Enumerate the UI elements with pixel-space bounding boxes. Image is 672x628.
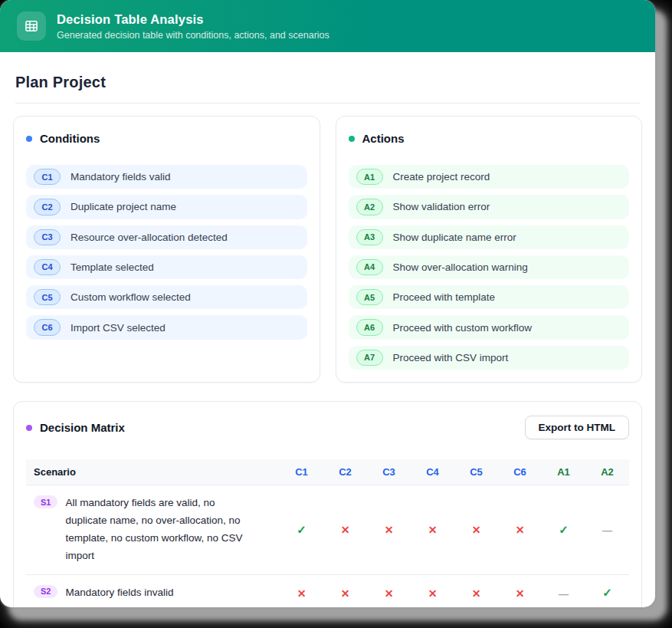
scenario-label: All mandatory fields are valid, no dupli… bbox=[65, 495, 257, 565]
condition-label: Template selected bbox=[70, 261, 154, 273]
conditions-card-title: Conditions bbox=[26, 132, 307, 145]
matrix-value-cell: ✕ bbox=[498, 574, 542, 607]
matrix-value-cell: ✕ bbox=[498, 485, 542, 575]
condition-label: Mandatory fields valid bbox=[70, 171, 171, 182]
cross-icon: ✕ bbox=[341, 587, 350, 600]
matrix-col-c1: C1 bbox=[280, 459, 323, 485]
condition-item-c1: C1Mandatory fields valid bbox=[26, 165, 307, 189]
export-to-html-button[interactable]: Export to HTML bbox=[525, 416, 630, 439]
action-label: Create project record bbox=[393, 171, 490, 182]
cards-row: Conditions C1Mandatory fields validC2Dup… bbox=[13, 116, 642, 383]
decision-matrix-title: Decision Matrix bbox=[40, 421, 125, 434]
matrix-value-cell: ✕ bbox=[367, 485, 411, 575]
matrix-col-c2: C2 bbox=[323, 459, 367, 485]
condition-label: Import CSV selected bbox=[70, 322, 166, 334]
decision-matrix-card-title: Decision Matrix bbox=[26, 421, 125, 434]
action-badge: A3 bbox=[356, 229, 383, 245]
action-label: Proceed with custom workflow bbox=[393, 322, 533, 334]
matrix-row-s1: S1All mandatory fields are valid, no dup… bbox=[26, 485, 629, 575]
condition-item-c3: C3Resource over-allocation detected bbox=[26, 225, 307, 249]
action-item-a3: A3Show duplicate name error bbox=[349, 225, 630, 249]
decision-matrix-table: ScenarioC1C2C3C4C5C6A1A2 S1All mandatory… bbox=[26, 459, 629, 607]
condition-item-c2: C2Duplicate project name bbox=[26, 195, 307, 219]
condition-badge: C2 bbox=[34, 199, 61, 215]
condition-label: Resource over-allocation detected bbox=[70, 232, 228, 243]
action-item-a6: A6Proceed with custom workflow bbox=[349, 315, 630, 339]
matrix-value-cell: — bbox=[585, 485, 629, 575]
matrix-value-cell: ✓ bbox=[585, 574, 629, 607]
check-icon: ✓ bbox=[602, 586, 612, 599]
action-label: Show duplicate name error bbox=[393, 232, 516, 243]
condition-badge: C5 bbox=[34, 289, 61, 305]
matrix-value-cell: ✕ bbox=[323, 574, 367, 607]
matrix-col-scenario: Scenario bbox=[26, 459, 280, 485]
condition-badge: C3 bbox=[34, 229, 61, 245]
action-item-a1: A1Create project record bbox=[349, 165, 630, 189]
app-title: Decision Table Analysis bbox=[57, 12, 329, 28]
action-badge: A5 bbox=[356, 289, 383, 305]
matrix-row-s2: S2Mandatory fields invalid✕✕✕✕✕✕—✓ bbox=[26, 574, 629, 607]
actions-list: A1Create project recordA2Show validation… bbox=[349, 165, 630, 370]
matrix-value-cell: ✕ bbox=[454, 574, 498, 607]
actions-title: Actions bbox=[362, 132, 405, 145]
dash-icon: — bbox=[602, 524, 612, 536]
action-item-a4: A4Show over-allocation warning bbox=[349, 255, 630, 279]
condition-item-c5: C5Custom workflow selected bbox=[26, 285, 307, 309]
cross-icon: ✕ bbox=[472, 524, 481, 536]
conditions-bullet-icon bbox=[26, 136, 32, 142]
cross-icon: ✕ bbox=[472, 587, 481, 600]
action-badge: A7 bbox=[356, 350, 383, 366]
matrix-value-cell: ✕ bbox=[411, 485, 454, 575]
action-badge: A1 bbox=[356, 169, 383, 185]
screen: { "header": { "title": "Decision Table A… bbox=[0, 0, 672, 628]
action-badge: A6 bbox=[356, 319, 383, 335]
conditions-list: C1Mandatory fields validC2Duplicate proj… bbox=[26, 165, 307, 340]
matrix-col-c5: C5 bbox=[454, 459, 498, 485]
cross-icon: ✕ bbox=[385, 524, 394, 536]
cross-icon: ✕ bbox=[297, 587, 306, 600]
action-item-a2: A2Show validation error bbox=[349, 195, 630, 219]
divider bbox=[15, 103, 640, 104]
matrix-value-cell: ✕ bbox=[280, 574, 323, 607]
decision-matrix-header: Decision Matrix Export to HTML bbox=[26, 416, 629, 439]
action-badge: A2 bbox=[356, 199, 383, 215]
matrix-value-cell: ✓ bbox=[542, 485, 585, 575]
app-window: Decision Table Analysis Generated decisi… bbox=[0, 0, 655, 607]
check-icon: ✓ bbox=[297, 523, 306, 536]
matrix-col-c6: C6 bbox=[498, 459, 542, 485]
action-item-a7: A7Proceed with CSV import bbox=[349, 346, 630, 370]
condition-badge: C6 bbox=[34, 319, 61, 335]
header-text: Decision Table Analysis Generated decisi… bbox=[57, 12, 329, 41]
conditions-title: Conditions bbox=[40, 132, 100, 145]
check-icon: ✓ bbox=[559, 523, 569, 536]
page-title: Plan Project bbox=[15, 74, 640, 91]
table-icon bbox=[17, 12, 46, 41]
decision-matrix-card: Decision Matrix Export to HTML ScenarioC… bbox=[13, 401, 642, 607]
matrix-value-cell: ✕ bbox=[454, 485, 498, 575]
page-body: Plan Project Conditions C1Mandatory fiel… bbox=[0, 52, 655, 607]
matrix-col-a1: A1 bbox=[542, 459, 585, 485]
cross-icon: ✕ bbox=[385, 587, 394, 600]
action-label: Show validation error bbox=[393, 201, 490, 212]
matrix-col-a2: A2 bbox=[585, 459, 629, 485]
scenario-badge: S2 bbox=[34, 585, 57, 598]
action-label: Show over-allocation warning bbox=[393, 261, 528, 273]
matrix-value-cell: ✕ bbox=[411, 574, 454, 607]
decision-matrix-bullet-icon bbox=[26, 425, 32, 431]
scenario-cell: S2Mandatory fields invalid bbox=[26, 574, 280, 607]
app-subtitle: Generated decision table with conditions… bbox=[57, 30, 329, 41]
condition-label: Duplicate project name bbox=[70, 201, 176, 212]
condition-label: Custom workflow selected bbox=[70, 291, 191, 303]
action-label: Proceed with CSV import bbox=[393, 352, 509, 363]
scenario-badge: S1 bbox=[34, 495, 57, 508]
matrix-value-cell: — bbox=[542, 574, 585, 607]
condition-badge: C1 bbox=[34, 169, 61, 185]
action-item-a5: A5Proceed with template bbox=[349, 285, 630, 309]
cross-icon: ✕ bbox=[428, 524, 438, 536]
conditions-card: Conditions C1Mandatory fields validC2Dup… bbox=[13, 116, 320, 383]
matrix-header-row: ScenarioC1C2C3C4C5C6A1A2 bbox=[26, 459, 629, 485]
matrix-value-cell: ✕ bbox=[323, 485, 367, 575]
condition-item-c6: C6Import CSV selected bbox=[26, 315, 307, 339]
actions-card-title: Actions bbox=[349, 132, 630, 145]
actions-card: Actions A1Create project recordA2Show va… bbox=[336, 116, 643, 383]
